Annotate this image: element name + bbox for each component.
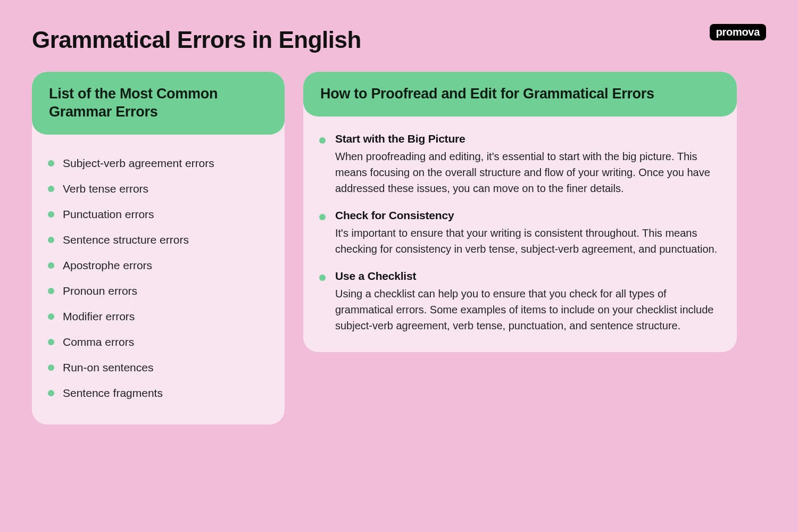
error-list-item-label: Sentence structure errors [63, 234, 189, 246]
card-header-left: List of the Most Common Grammar Errors [32, 72, 285, 135]
tip-title: Check for Consistency [335, 209, 721, 222]
error-list-item-label: Comma errors [63, 336, 134, 348]
error-list-item: Sentence structure errors [48, 227, 269, 253]
error-list-item: Apostrophe errors [48, 253, 269, 278]
error-list-item-label: Subject-verb agreement errors [63, 157, 214, 170]
tip-description: When proofreading and editing, it's esse… [335, 148, 721, 196]
tip-description: It's important to ensure that your writi… [335, 225, 721, 257]
error-list: Subject-verb agreement errorsVerb tense … [48, 151, 269, 406]
error-list-item-label: Sentence fragments [63, 387, 163, 400]
tip-title: Start with the Big Picture [335, 132, 721, 145]
error-list-item: Sentence fragments [48, 380, 269, 406]
bullet-icon [48, 262, 54, 269]
content-columns: List of the Most Common Grammar Errors S… [32, 72, 766, 425]
tip-list-item: Start with the Big PictureWhen proofread… [319, 132, 721, 209]
page-title: Grammatical Errors in English [32, 27, 766, 53]
bullet-icon [48, 160, 54, 167]
tips-list: Start with the Big PictureWhen proofread… [319, 132, 721, 334]
card-body-left: Subject-verb agreement errorsVerb tense … [32, 135, 285, 425]
bullet-icon [48, 237, 54, 243]
tip-title: Use a Checklist [335, 270, 721, 282]
bullet-icon [48, 313, 54, 320]
error-list-item-label: Apostrophe errors [63, 259, 152, 272]
bullet-icon [48, 364, 54, 371]
tip-description: Using a checklist can help you to ensure… [335, 286, 721, 334]
bullet-icon [48, 186, 54, 192]
error-list-item: Subject-verb agreement errors [48, 151, 269, 176]
error-list-item-label: Run-on sentences [63, 361, 153, 374]
error-list-item: Pronoun errors [48, 278, 269, 304]
card-proofread-tips: How to Proofread and Edit for Grammatica… [303, 72, 737, 352]
bullet-icon [48, 288, 54, 294]
card-heading-right: How to Proofread and Edit for Grammatica… [320, 85, 720, 103]
bullet-icon [319, 275, 326, 281]
tip-content: Use a ChecklistUsing a checklist can hel… [335, 270, 721, 334]
error-list-item-label: Verb tense errors [63, 182, 148, 195]
bullet-icon [48, 390, 54, 396]
bullet-icon [319, 214, 326, 220]
bullet-icon [48, 211, 54, 218]
error-list-item: Modifier errors [48, 304, 269, 329]
card-common-errors: List of the Most Common Grammar Errors S… [32, 72, 285, 425]
tip-list-item: Check for ConsistencyIt's important to e… [319, 209, 721, 270]
tip-content: Start with the Big PictureWhen proofread… [335, 132, 721, 196]
bullet-icon [48, 339, 54, 345]
brand-logo: promova [710, 24, 766, 40]
tip-list-item: Use a ChecklistUsing a checklist can hel… [319, 270, 721, 334]
error-list-item-label: Pronoun errors [63, 285, 137, 297]
card-body-right: Start with the Big PictureWhen proofread… [303, 117, 737, 352]
bullet-icon [319, 137, 326, 144]
card-heading-left: List of the Most Common Grammar Errors [49, 85, 268, 121]
tip-content: Check for ConsistencyIt's important to e… [335, 209, 721, 257]
error-list-item: Run-on sentences [48, 355, 269, 380]
error-list-item-label: Modifier errors [63, 310, 135, 323]
error-list-item: Comma errors [48, 329, 269, 355]
card-header-right: How to Proofread and Edit for Grammatica… [303, 72, 737, 117]
error-list-item: Punctuation errors [48, 202, 269, 227]
error-list-item: Verb tense errors [48, 176, 269, 202]
error-list-item-label: Punctuation errors [63, 208, 154, 221]
